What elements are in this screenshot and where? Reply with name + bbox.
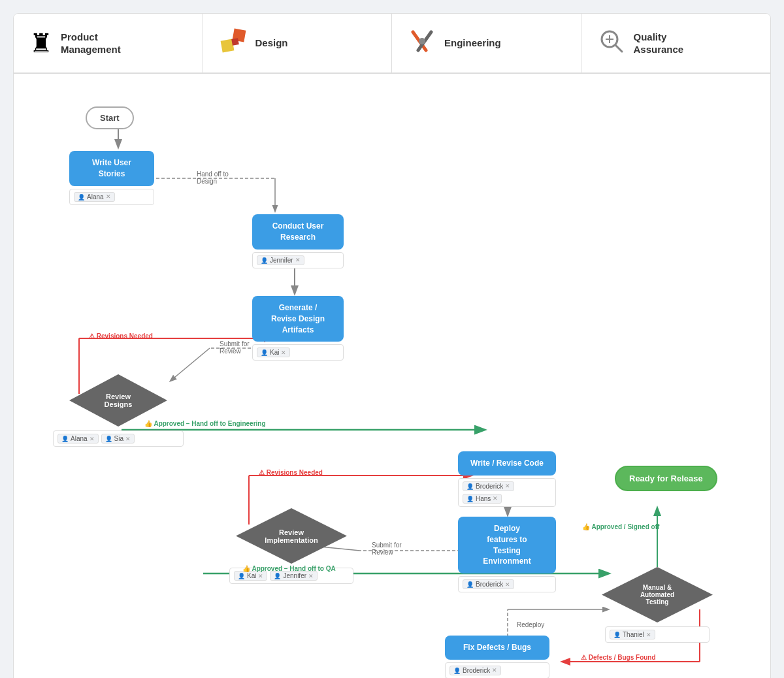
manual-tags: Thaniel✕ [605, 626, 710, 643]
review-designs-tags: Alana✕ Sia✕ [53, 430, 184, 447]
fix-defects-label: Fix Defects / Bugs [445, 636, 549, 660]
fix-defects-node: Fix Defects / Bugs Broderick✕ [445, 636, 549, 678]
manual-automated-node: Manual &AutomatedTesting Thaniel✕ [602, 567, 713, 643]
review-implementation-label: ReviewImplementation [236, 508, 347, 564]
review-designs-label: ReviewDesigns [69, 374, 167, 427]
conduct-user-research-node: Conduct UserResearch Jennifer✕ [252, 214, 344, 268]
approved-engineering-label: 👍 Approved – Hand off to Engineering [144, 420, 266, 427]
tag-sia: Sia✕ [101, 434, 135, 444]
qa-icon [597, 27, 626, 59]
generate-revise-tags: Kai✕ [252, 344, 344, 361]
write-revise-code-node: Write / Revise Code Broderick✕ Hans✕ [458, 451, 556, 507]
submit-review-label-2: Submit forReview [372, 541, 402, 556]
write-user-stories-tags: Alana✕ [69, 189, 154, 205]
deploy-tags: Broderick✕ [458, 576, 556, 592]
svg-rect-2 [231, 38, 239, 46]
defects-found-label: ⚠ Defects / Bugs Found [581, 654, 656, 661]
tag-jennifer-cur: Jennifer✕ [257, 255, 304, 265]
write-user-stories-label: Write UserStories [69, 151, 154, 186]
design-icon [219, 27, 248, 59]
tag-hans: Hans✕ [463, 494, 502, 504]
conduct-tags: Jennifer✕ [252, 252, 344, 268]
redeploy-label: Redeploy [517, 621, 544, 628]
review-implementation-node: ReviewImplementation Kai✕ Jennifer✕ [229, 508, 353, 584]
lane-header-product: ♜ Product Management [14, 14, 203, 73]
hand-off-design-label: Hand off toDesign [197, 170, 229, 185]
tag-kai-gr: Kai✕ [257, 347, 290, 357]
deploy-features-label: Deployfeatures toTestingEnvironment [458, 517, 556, 573]
lane-header-qa: Quality Assurance [581, 14, 771, 73]
tag-broderick-fd: Broderick✕ [449, 666, 501, 675]
start-node: Start [86, 106, 134, 129]
tag-alana-rd: Alana✕ [57, 434, 99, 444]
revisions-needed-label-2: ⚠ Revisions Needed [259, 469, 323, 476]
lane-header-design: Design [203, 14, 393, 73]
lane-header-engineering: Engineering [392, 14, 581, 73]
write-revise-code-label: Write / Revise Code [458, 451, 556, 476]
ready-for-release-node: Ready for Release [615, 466, 717, 491]
tag-broderick-wrc: Broderick✕ [463, 481, 514, 491]
review-designs-node: ReviewDesigns Alana✕ Sia✕ [53, 374, 184, 447]
diagram-area: Start Write UserStories Alana✕ ReviewDes… [14, 74, 771, 678]
manual-automated-label: Manual &AutomatedTesting [602, 567, 713, 622]
header: ♜ Product Management Design Engi [14, 14, 770, 74]
svg-point-5 [419, 38, 425, 44]
tag-kai-ri: Kai✕ [234, 571, 267, 581]
fix-defects-tags: Broderick✕ [445, 662, 549, 678]
tag-alana: Alana✕ [74, 192, 115, 202]
submit-review-label-1: Submit forReview [220, 340, 250, 355]
write-user-stories-node: Write UserStories Alana✕ [69, 151, 154, 205]
tag-jennifer-ri: Jennifer✕ [270, 571, 318, 581]
approved-qa-label: 👍 Approved – Hand off to QA [242, 565, 336, 572]
product-icon: ♜ [29, 30, 53, 56]
product-title: Product Management [61, 31, 121, 56]
design-title: Design [255, 37, 288, 50]
revisions-needed-label-1: ⚠ Revisions Needed [89, 332, 153, 340]
svg-line-7 [615, 45, 622, 52]
approved-signed-label: 👍 Approved / Signed off [582, 523, 659, 530]
tag-thaniel: Thaniel✕ [610, 630, 655, 639]
engineering-icon [408, 27, 436, 59]
write-code-tags: Broderick✕ Hans✕ [458, 478, 556, 507]
generate-revise-node: Generate /Revise DesignArtifacts Kai✕ [252, 296, 344, 361]
generate-revise-label: Generate /Revise DesignArtifacts [252, 296, 344, 342]
conduct-user-research-label: Conduct UserResearch [252, 214, 344, 250]
ready-for-release-label: Ready for Release [615, 466, 717, 491]
engineering-title: Engineering [444, 37, 501, 50]
start-label: Start [86, 106, 134, 129]
deploy-features-node: Deployfeatures toTestingEnvironment Brod… [458, 517, 556, 592]
qa-title: Quality Assurance [634, 31, 684, 56]
tag-broderick-df: Broderick✕ [463, 579, 514, 589]
